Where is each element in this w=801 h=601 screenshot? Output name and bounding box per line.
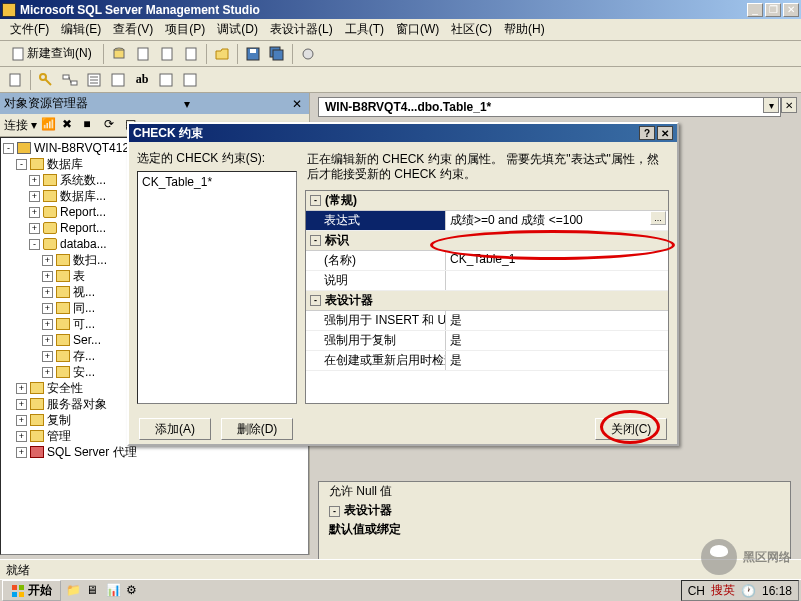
tb-fulltext[interactable]: ab [131,69,153,91]
pg-row-name[interactable]: (名称)CK_Table_1 [306,251,668,271]
quicklaunch-4[interactable]: ⚙ [125,582,143,600]
tb-saveall[interactable] [266,43,288,65]
tray-ime[interactable]: 搜英 [711,582,735,599]
tb-save[interactable] [242,43,264,65]
pg-cat-general[interactable]: -(常规) [306,191,668,211]
svg-rect-16 [112,74,124,86]
check-constraints-dialog: CHECK 约束 ? ✕ 选定的 CHECK 约束(S): CK_Table_1… [127,122,679,446]
menu-table-designer[interactable]: 表设计器(L) [264,19,339,40]
svg-rect-19 [12,585,17,590]
svg-rect-17 [160,74,172,86]
script-icon [7,72,23,88]
pg-row-insert[interactable]: 强制用于 INSERT 和 UPDATE是 [306,311,668,331]
menu-view[interactable]: 查看(V) [107,19,159,40]
db-icon [111,46,127,62]
xml-icon [158,72,174,88]
quicklaunch-3[interactable]: 📊 [105,582,123,600]
pg-cat-designer[interactable]: -表设计器 [306,291,668,311]
menu-bar: 文件(F) 编辑(E) 查看(V) 项目(P) 调试(D) 表设计器(L) 工具… [0,19,801,41]
watermark: 黑区网络 [701,539,791,575]
menu-community[interactable]: 社区(C) [445,19,498,40]
tb-btn-4[interactable] [180,43,202,65]
close-button[interactable]: ✕ [783,3,799,17]
add-button[interactable]: 添加(A) [139,418,211,440]
index-icon [86,72,102,88]
menu-tools[interactable]: 工具(T) [339,19,390,40]
windows-logo-icon [11,584,25,598]
tb-generate-script[interactable] [4,69,26,91]
quicklaunch-1[interactable]: 📁 [65,582,83,600]
svg-rect-22 [19,592,24,597]
svg-rect-13 [63,75,69,79]
tree-agent: SQL Server 代理 [47,444,137,460]
new-query-icon [11,46,27,62]
stop-icon[interactable]: ■ [82,116,100,134]
tb-spatial[interactable] [179,69,201,91]
relation-icon [62,72,78,88]
tree-sysdb: 系统数... [60,172,106,188]
tb-open[interactable] [211,43,233,65]
pg-row-expression[interactable]: 表达式 成绩>=0 and 成绩 <=100... [306,211,668,231]
dialog-close-button[interactable]: ✕ [657,126,673,140]
tb-activity[interactable] [297,43,319,65]
tb-check[interactable] [107,69,129,91]
tree-server: WIN-B8RVQT412... [34,140,139,156]
pane-pin-icon[interactable]: ▾ [184,97,190,111]
svg-rect-3 [138,48,148,60]
tb-rel[interactable] [59,69,81,91]
pg-row-check[interactable]: 在创建或重新启用时检查现有数据是 [306,351,668,371]
tb-xml[interactable] [155,69,177,91]
doc-dropdown-icon[interactable]: ▾ [763,97,779,113]
tb-btn-1[interactable] [108,43,130,65]
standard-toolbar: 新建查询(N) [0,41,801,67]
disconnect-icon[interactable]: ✖ [61,116,79,134]
menu-debug[interactable]: 调试(D) [211,19,264,40]
file2-icon [159,46,175,62]
pg-row-repl[interactable]: 强制用于复制是 [306,331,668,351]
menu-edit[interactable]: 编辑(E) [55,19,107,40]
doc-close-button[interactable]: ✕ [781,97,797,113]
menu-help[interactable]: 帮助(H) [498,19,551,40]
close-dialog-button[interactable]: 关闭(C) [595,418,667,440]
pg-cat-identity[interactable]: -标识 [306,231,668,251]
pg-val-expression[interactable]: 成绩>=0 and 成绩 <=100 [450,213,583,227]
menu-file[interactable]: 文件(F) [4,19,55,40]
new-query-button[interactable]: 新建查询(N) [4,43,99,65]
object-explorer-title: 对象资源管理器 ▾ ✕ [0,93,309,114]
delete-button[interactable]: 删除(D) [221,418,293,440]
constraint-list-item[interactable]: CK_Table_1* [140,174,294,190]
tree-management: 管理 [47,428,71,444]
taskbar: 开始 📁 🖥 📊 ⚙ CH 搜英 🕐 16:18 [0,579,801,601]
watermark-text: 黑区网络 [743,549,791,566]
lp-default: 默认值或绑定 [329,522,401,536]
pg-row-desc[interactable]: 说明 [306,271,668,291]
refresh-icon[interactable]: ⟳ [103,116,121,134]
dialog-help-button[interactable]: ? [639,126,655,140]
table-designer-toolbar: ab [0,67,801,93]
minimize-button[interactable]: _ [747,3,763,17]
pane-close-button[interactable]: ✕ [289,97,305,111]
connect-dropdown[interactable]: 连接 ▾ [4,117,37,134]
svg-point-10 [303,49,313,59]
tree-syn: 同... [73,300,95,316]
selected-constraints-label: 选定的 CHECK 约束(S): [137,150,297,167]
doc-tab-label: WIN-B8RVQT4...dbo.Table_1* [325,100,491,114]
menu-window[interactable]: 窗口(W) [390,19,445,40]
document-tab[interactable]: WIN-B8RVQT4...dbo.Table_1* [318,97,781,117]
tb-btn-2[interactable] [132,43,154,65]
tb-index[interactable] [83,69,105,91]
connect-icon[interactable]: 📶 [40,116,58,134]
constraints-listbox[interactable]: CK_Table_1* [137,171,297,404]
pg-key-expression: 表达式 [306,211,446,230]
start-button[interactable]: 开始 [2,580,61,601]
maximize-button[interactable]: ❐ [765,3,781,17]
quicklaunch-2[interactable]: 🖥 [85,582,103,600]
watermark-icon [701,539,737,575]
ellipsis-button[interactable]: ... [650,211,666,225]
lp-nullable: 允许 Null 值 [329,483,489,500]
tray-lang[interactable]: CH [688,584,705,598]
tb-pk[interactable] [35,69,57,91]
tb-btn-3[interactable] [156,43,178,65]
menu-project[interactable]: 项目(P) [159,19,211,40]
svg-rect-9 [273,50,283,60]
